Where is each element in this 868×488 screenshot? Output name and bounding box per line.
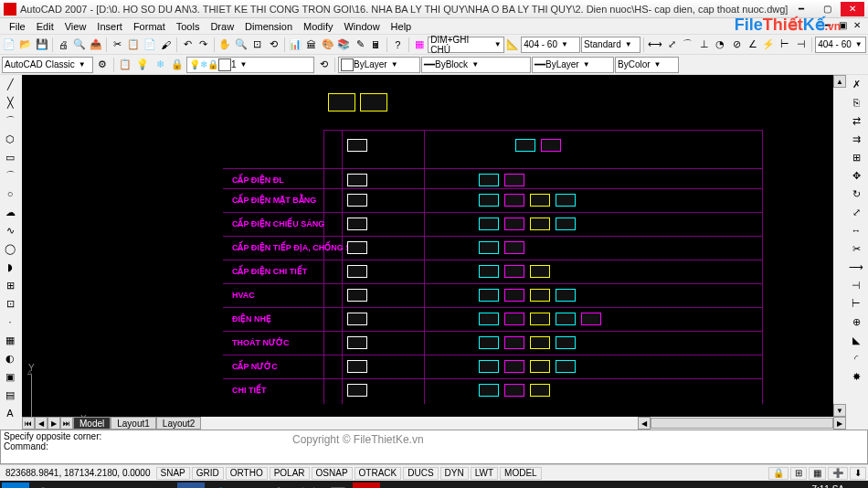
dim-style-icon[interactable]: 📐 — [505, 37, 521, 53]
color-dropdown[interactable]: ByLayer▼ — [338, 57, 420, 73]
table-style-dropdown[interactable]: Standard▼ — [581, 37, 640, 53]
arc-tool[interactable]: ⌒ — [0, 166, 20, 185]
copy-tool[interactable]: ⎘ — [846, 93, 866, 111]
menu-help[interactable]: Help — [386, 21, 418, 32]
undo-button[interactable]: ↶ — [180, 37, 196, 53]
rectangle-tool[interactable]: ▭ — [0, 148, 20, 166]
zoom-previous-button[interactable]: ⟲ — [266, 37, 281, 53]
publish-button[interactable]: 📤 — [88, 37, 103, 53]
task-store[interactable]: 🛍 — [148, 483, 175, 488]
ortho-toggle[interactable]: ORTHO — [226, 467, 268, 480]
pan-button[interactable]: ✋ — [217, 37, 233, 53]
join-tool[interactable]: ⊕ — [846, 313, 866, 331]
hscroll-left-button[interactable]: ◀ — [638, 417, 651, 430]
status-icon-2[interactable]: ⊞ — [790, 467, 807, 480]
command-prompt[interactable]: Command: — [4, 441, 864, 451]
vscroll-up-button[interactable]: ▲ — [833, 75, 846, 88]
layer-on-icon[interactable]: 💡 — [134, 57, 151, 73]
task-autocad[interactable]: A — [353, 483, 380, 488]
new-button[interactable]: 📄 — [2, 37, 17, 53]
task-view-button[interactable]: ⊡ — [60, 483, 88, 488]
command-window[interactable]: Specify opposite corner: Command: — [0, 430, 868, 464]
chamfer-tool[interactable]: ◣ — [846, 331, 866, 349]
tab-layout2[interactable]: Layout2 — [156, 417, 202, 430]
hscroll-track[interactable] — [651, 418, 833, 429]
lineweight-dropdown[interactable]: ━━ ByBlock▼ — [421, 57, 531, 73]
tab-first-button[interactable]: ⏮ — [22, 417, 35, 430]
grid-toggle[interactable]: GRID — [192, 467, 224, 480]
tab-layout1[interactable]: Layout1 — [111, 417, 156, 430]
menu-window[interactable]: Window — [338, 21, 385, 32]
tab-prev-button[interactable]: ◀ — [35, 417, 48, 430]
lwt-toggle[interactable]: LWT — [471, 467, 498, 480]
circle-tool[interactable]: ○ — [0, 185, 20, 203]
design-center-button[interactable]: 🏛 — [304, 37, 320, 53]
menu-view[interactable]: View — [59, 21, 92, 32]
ducs-toggle[interactable]: DUCS — [403, 467, 438, 480]
mtext-tool[interactable]: A — [0, 404, 20, 422]
properties-button[interactable]: 📊 — [288, 37, 303, 53]
tab-last-button[interactable]: ⏭ — [60, 417, 73, 430]
redo-button[interactable]: ↷ — [196, 37, 212, 53]
polygon-tool[interactable]: ⬡ — [0, 130, 20, 148]
rotate-tool[interactable]: ↻ — [846, 185, 866, 203]
menu-edit[interactable]: Edit — [31, 21, 59, 32]
osnap-toggle[interactable]: OSNAP — [312, 467, 353, 480]
workspace-settings-button[interactable]: ⚙ — [94, 57, 111, 73]
layer-properties-button[interactable]: 📋 — [117, 57, 133, 73]
spline-tool[interactable]: ∿ — [0, 221, 20, 239]
make-block-tool[interactable]: ⊡ — [0, 294, 20, 313]
dim-style-dropdown[interactable]: DIM+GHI CHÚ▼ — [428, 37, 503, 53]
point-tool[interactable]: · — [0, 313, 20, 331]
workspace-dropdown[interactable]: AutoCAD Classic▼ — [2, 57, 93, 73]
break-tool[interactable]: ⊢ — [846, 294, 866, 313]
layer-dropdown[interactable]: 💡❄🔒 1▼ — [186, 57, 314, 73]
mdi-close-button[interactable]: ✕ — [850, 20, 864, 33]
dim-ordinate-button[interactable]: ⊥ — [696, 37, 712, 53]
region-tool[interactable]: ▣ — [0, 367, 20, 386]
dim-diameter-button[interactable]: ⊘ — [729, 37, 745, 53]
dim-linear-button[interactable]: ⟷ — [647, 37, 663, 53]
dim-baseline-button[interactable]: ⊢ — [778, 37, 793, 53]
otrack-toggle[interactable]: OTRACK — [355, 467, 402, 480]
task-app2[interactable]: 📊 — [323, 483, 351, 488]
task-chrome[interactable]: 🌐 — [206, 483, 234, 488]
paste-button[interactable]: 📄 — [142, 37, 157, 53]
dim-layer-icon[interactable]: ▦ — [412, 37, 428, 53]
layer-freeze-icon[interactable]: ❄ — [152, 57, 168, 73]
vscroll[interactable]: ▲ ▼ — [833, 75, 846, 417]
dim-aligned-button[interactable]: ⤢ — [664, 37, 680, 53]
layer-previous-button[interactable]: ⟲ — [315, 57, 332, 73]
vscroll-down-button[interactable]: ▼ — [833, 404, 846, 417]
menu-file[interactable]: File — [4, 21, 31, 32]
markup-button[interactable]: ✎ — [353, 37, 368, 53]
menu-format[interactable]: Format — [128, 21, 171, 32]
sheet-set-button[interactable]: 📚 — [336, 37, 352, 53]
status-icon-5[interactable]: ⬇ — [850, 467, 866, 480]
fillet-tool[interactable]: ◜ — [846, 349, 866, 367]
layer-lock-icon[interactable]: 🔒 — [169, 57, 185, 73]
zoom-realtime-button[interactable]: 🔍 — [234, 37, 249, 53]
status-icon-4[interactable]: ➕ — [828, 467, 848, 480]
revcloud-tool[interactable]: ☁ — [0, 203, 20, 221]
match-properties-button[interactable]: 🖌 — [158, 37, 174, 53]
break-at-point-tool[interactable]: ⊣ — [846, 276, 866, 294]
model-toggle[interactable]: MODEL — [500, 467, 542, 480]
menu-tools[interactable]: Tools — [171, 21, 206, 32]
open-button[interactable]: 📂 — [18, 37, 34, 53]
dim-quick-button[interactable]: ⚡ — [761, 37, 777, 53]
right-style-dropdown[interactable]: 404 - 60▼ — [815, 37, 866, 53]
erase-tool[interactable]: ✗ — [846, 75, 866, 93]
gradient-tool[interactable]: ◐ — [0, 349, 20, 367]
status-icon-1[interactable]: 🔒 — [768, 467, 789, 480]
menu-insert[interactable]: Insert — [91, 21, 128, 32]
extend-tool[interactable]: ⟶ — [846, 258, 866, 276]
linetype-dropdown[interactable]: ━━ ByLayer▼ — [532, 57, 614, 73]
tab-model[interactable]: Model — [73, 417, 111, 430]
polyline-tool[interactable]: ⌒ — [0, 111, 20, 130]
line-tool[interactable]: ╱ — [0, 75, 20, 93]
cut-button[interactable]: ✂ — [110, 37, 125, 53]
task-coccoc[interactable]: 🍃 — [265, 483, 292, 488]
close-button[interactable]: ✕ — [841, 2, 864, 16]
menu-draw[interactable]: Draw — [205, 21, 239, 32]
